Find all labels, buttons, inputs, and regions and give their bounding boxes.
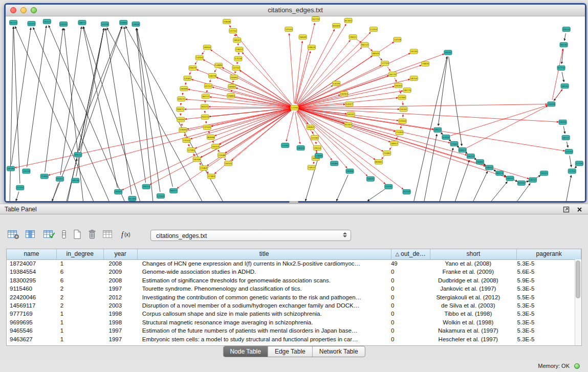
table-row[interactable]: 1938455462009Genome-wide association stu… (7, 268, 575, 276)
graph-node[interactable]: 17363 (207, 174, 215, 179)
graph-node[interactable]: 18435 (561, 84, 569, 89)
graph-node[interactable]: 22040 (399, 119, 406, 123)
graph-node[interactable]: 67919 (442, 135, 450, 139)
graph-node[interactable]: 12218 (394, 37, 401, 42)
graph-node[interactable]: 19734 (410, 49, 418, 54)
graph-node[interactable]: 74972 (308, 165, 315, 170)
graph-node[interactable]: 42757 (204, 84, 212, 89)
graph-node[interactable]: 18516 (72, 178, 79, 183)
column-header-name[interactable]: name (7, 249, 57, 259)
table-row[interactable]: 2242004622012Investigating the contribut… (7, 293, 575, 301)
graph-node[interactable]: 12581 (184, 76, 191, 80)
graph-node[interactable]: 18913 (506, 176, 514, 181)
column-header-title[interactable]: title (138, 249, 391, 259)
table-row[interactable]: 946362711997Embryonic stem cells: a mode… (7, 335, 575, 343)
graph-node[interactable]: 18957 (390, 141, 398, 146)
graph-node[interactable]: 18875 (78, 20, 86, 25)
graph-node[interactable]: 14204 (195, 55, 203, 60)
table-row[interactable]: 977716911998Corpus callosum shape and si… (7, 310, 575, 318)
graph-node[interactable]: 12104 (565, 149, 573, 154)
graph-node[interactable]: 19343 (177, 117, 185, 122)
graph-node[interactable]: 18166 (7, 166, 15, 171)
graph-node[interactable]: 92774 (557, 65, 565, 70)
graph-node[interactable]: 66409 (333, 24, 340, 28)
graph-node[interactable]: 14889 (214, 63, 222, 68)
tab-network-table[interactable]: Network Table (312, 346, 365, 357)
graph-node[interactable]: 18511 (434, 127, 442, 132)
window-titlebar[interactable]: citations_edges.txt (6, 5, 585, 16)
graph-node[interactable]: 14612 (235, 47, 243, 52)
graph-node[interactable]: 72544 (183, 138, 190, 142)
graph-node[interactable]: 95189 (128, 196, 136, 201)
table-row[interactable]: 1830029562008Estimation of significance … (7, 276, 575, 285)
graph-node[interactable]: 14043 (60, 22, 68, 27)
graph-node[interactable]: 80998 (207, 135, 214, 139)
graph-node[interactable]: 91544 (344, 122, 352, 127)
graph-node[interactable]: 19611 (349, 35, 357, 39)
graph-node[interactable]: 16107 (347, 112, 355, 117)
table-settings-button[interactable] (7, 229, 19, 242)
graph-node[interactable]: 20679 (189, 65, 197, 70)
graph-node[interactable]: 15364 (200, 166, 207, 170)
network-graph-svg[interactable]: 1724022608127541854714612175181275220991… (6, 16, 585, 201)
graph-node[interactable]: 20213 (142, 184, 150, 189)
graph-node[interactable]: 75493 (396, 130, 403, 135)
graph-node[interactable]: 12835 (179, 127, 187, 132)
graph-node[interactable]: 18306 (180, 86, 188, 91)
delete-trash-button[interactable] (88, 229, 97, 242)
table-row[interactable]: 1872400712008Changes of HCN gene express… (7, 259, 575, 268)
graph-node[interactable]: 18042 (486, 165, 493, 170)
minimize-window-button[interactable] (20, 7, 27, 13)
graph-node[interactable]: 19613 (308, 45, 315, 50)
table-row[interactable]: 911546021997Tourette syndrome. Phenomeno… (7, 285, 575, 293)
graph-node[interactable]: 96113 (496, 171, 504, 176)
graph-node[interactable]: 14418 (101, 22, 108, 27)
graph-node[interactable]: 16770 (389, 72, 397, 76)
graph-node[interactable]: 75905 (40, 174, 48, 179)
panel-splitter[interactable] (289, 201, 298, 203)
graph-node[interactable]: 48503 (372, 51, 379, 56)
graph-node[interactable]: 19883 (227, 94, 235, 98)
graph-node[interactable]: 22608 (223, 19, 231, 24)
graph-node[interactable]: 95123 (10, 20, 17, 25)
graph-node[interactable]: 15184 (311, 135, 318, 140)
column-header-pagerank[interactable]: pagerank (517, 249, 581, 259)
graph-node[interactable]: 13226 (333, 81, 340, 86)
graph-node[interactable]: 12754 (229, 29, 237, 33)
graph-node[interactable]: 18775 (403, 88, 411, 93)
function-builder-button[interactable]: f(x) (120, 229, 134, 242)
graph-node[interactable]: 16054 (203, 45, 211, 50)
graph-node[interactable]: 11254 (369, 27, 377, 32)
scrollbar-thumb[interactable] (576, 260, 580, 298)
table-select-button[interactable] (43, 229, 55, 242)
table-row[interactable]: 969969511998Structural magnetic resonanc… (7, 318, 575, 326)
close-panel-button[interactable] (576, 206, 583, 213)
graph-node[interactable]: 93913 (459, 148, 466, 152)
graph-node[interactable]: 53527 (345, 102, 353, 106)
graph-node[interactable]: 80965 (375, 160, 383, 164)
graph-node[interactable]: 96140 (560, 42, 568, 47)
graph-node[interactable]: 10224 (28, 21, 35, 26)
graph-node[interactable]: 95051 (56, 177, 63, 181)
graph-node[interactable]: 74850 (421, 61, 429, 66)
graph-node[interactable]: 16034 (559, 120, 567, 124)
graph-node[interactable]: 19154 (313, 146, 321, 150)
graph-node[interactable]: 17869 (315, 154, 322, 158)
graph-node[interactable]: 16263 (340, 92, 348, 96)
graph-node[interactable]: 17644 (450, 142, 458, 146)
graph-node[interactable]: 12143 (16, 185, 24, 190)
graph-node[interactable]: 55723 (312, 17, 319, 21)
graph-node[interactable]: 17754 (568, 169, 576, 173)
graph-node[interactable]: 96112 (361, 42, 368, 47)
graph-node[interactable]: 16640 (299, 35, 307, 39)
tab-node-table[interactable]: Node Table (223, 346, 268, 357)
graph-node[interactable]: 26065 (115, 189, 122, 194)
column-header-in-degree[interactable]: in_degree (57, 249, 104, 259)
graph-node[interactable]: 18414 (467, 154, 474, 159)
graph-node[interactable]: 81304 (344, 18, 352, 23)
graph-node[interactable]: 16346 (193, 157, 201, 162)
graph-node[interactable]: 71938 (218, 153, 226, 158)
new-document-button[interactable] (73, 229, 82, 242)
graph-node[interactable]: 16084 (476, 160, 484, 164)
graph-node[interactable]: 18024 (297, 146, 304, 150)
